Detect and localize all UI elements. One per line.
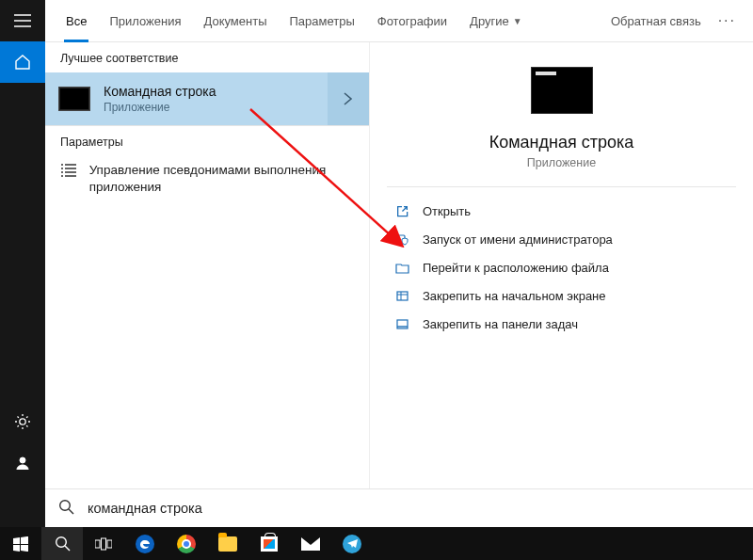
edge-icon xyxy=(136,535,154,553)
telegram-button[interactable] xyxy=(331,527,373,560)
start-button[interactable] xyxy=(0,527,41,560)
chevron-down-icon: ▼ xyxy=(513,16,522,26)
results-area: Лучшее соответствие Командная строка При… xyxy=(45,42,753,488)
person-icon xyxy=(14,455,31,472)
menu-button[interactable] xyxy=(0,0,45,41)
svg-line-9 xyxy=(65,546,70,551)
tab-all-label: Все xyxy=(66,14,87,28)
action-open-label: Открыть xyxy=(423,204,471,218)
action-pin-taskbar[interactable]: Закрепить на панели задач xyxy=(387,310,736,338)
chrome-icon xyxy=(177,535,196,553)
task-view-button[interactable] xyxy=(83,527,124,560)
settings-result-label: Управление псевдонимами выполнения прило… xyxy=(89,162,354,196)
best-match-subtitle: Приложение xyxy=(104,101,216,114)
detail-title: Командная строка xyxy=(387,133,736,152)
list-icon xyxy=(60,164,78,177)
gear-icon xyxy=(14,413,31,430)
edge-button[interactable] xyxy=(124,527,166,560)
tab-settings[interactable]: Параметры xyxy=(278,0,365,42)
windows-search-panel: Все Приложения Документы Параметры Фотог… xyxy=(0,0,753,560)
svg-rect-10 xyxy=(95,540,100,548)
svg-line-7 xyxy=(69,509,73,514)
hamburger-icon xyxy=(14,14,31,27)
action-file-location-label: Перейти к расположению файла xyxy=(423,261,609,275)
tab-photos-label: Фотографии xyxy=(377,14,447,28)
taskview-icon xyxy=(95,537,112,551)
tab-documents[interactable]: Документы xyxy=(192,0,278,42)
svg-rect-3 xyxy=(397,292,408,300)
action-open[interactable]: Открыть xyxy=(387,197,736,225)
pin-taskbar-icon xyxy=(391,317,413,331)
action-pin-start-label: Закрепить на начальном экране xyxy=(423,289,606,303)
svg-point-8 xyxy=(56,537,66,548)
taskbar xyxy=(0,527,753,560)
tab-apps[interactable]: Приложения xyxy=(98,0,192,42)
tab-apps-label: Приложения xyxy=(109,14,181,28)
chrome-button[interactable] xyxy=(166,527,207,560)
explorer-button[interactable] xyxy=(207,527,248,560)
home-icon xyxy=(14,54,31,71)
tab-photos[interactable]: Фотографии xyxy=(366,0,458,42)
action-run-as-admin[interactable]: Запуск от имени администратора xyxy=(387,225,736,253)
tab-docs-label: Документы xyxy=(203,14,266,28)
best-match-header: Лучшее соответствие xyxy=(45,42,369,72)
settings-section-header: Параметры xyxy=(45,125,369,154)
more-menu-button[interactable]: ··· xyxy=(711,12,744,29)
detail-column: Командная строка Приложение Открыть Запу… xyxy=(370,42,753,488)
best-match-item[interactable]: Командная строка Приложение xyxy=(45,72,369,125)
best-match-title: Командная строка xyxy=(104,84,216,99)
svg-point-0 xyxy=(20,419,25,424)
tab-all[interactable]: Все xyxy=(55,0,98,42)
action-admin-label: Запуск от имени администратора xyxy=(423,232,613,247)
settings-result-item[interactable]: Управление псевдонимами выполнения прило… xyxy=(45,154,369,203)
search-input[interactable] xyxy=(88,501,740,516)
arrow-right-icon xyxy=(341,91,356,106)
search-tabstrip: Все Приложения Документы Параметры Фотог… xyxy=(45,0,753,42)
admin-shield-icon xyxy=(391,232,413,247)
tab-other[interactable]: Другие▼ xyxy=(458,0,534,42)
action-pin-start[interactable]: Закрепить на начальном экране xyxy=(387,281,736,310)
mail-button[interactable] xyxy=(290,527,331,560)
tab-settings-label: Параметры xyxy=(289,14,354,28)
open-icon xyxy=(391,204,413,218)
action-pin-taskbar-label: Закрепить на панели задач xyxy=(423,317,578,331)
svg-rect-11 xyxy=(102,538,106,550)
folder-location-icon xyxy=(391,261,413,275)
expand-arrow-button[interactable] xyxy=(328,72,369,125)
feedback-link[interactable]: Обратная связь xyxy=(601,14,711,28)
pin-start-icon xyxy=(391,289,413,303)
account-button[interactable] xyxy=(0,442,45,484)
feedback-label: Обратная связь xyxy=(611,14,701,28)
tab-other-label: Другие xyxy=(470,14,509,28)
svg-point-6 xyxy=(60,500,71,510)
search-bar[interactable] xyxy=(45,488,753,527)
svg-rect-12 xyxy=(107,540,112,548)
results-column: Лучшее соответствие Командная строка При… xyxy=(45,42,370,488)
svg-point-1 xyxy=(20,457,25,463)
search-icon xyxy=(58,499,74,519)
home-button[interactable] xyxy=(0,41,45,83)
cmd-large-thumbnail-icon xyxy=(531,67,593,114)
left-sidebar xyxy=(0,0,45,527)
cmd-thumbnail-icon xyxy=(58,87,90,111)
store-icon xyxy=(261,536,278,552)
settings-button[interactable] xyxy=(0,401,45,442)
windows-icon xyxy=(13,536,28,552)
detail-subtitle: Приложение xyxy=(387,156,736,169)
action-open-file-location[interactable]: Перейти к расположению файла xyxy=(387,253,736,281)
store-button[interactable] xyxy=(248,527,290,560)
mail-icon xyxy=(301,537,320,551)
folder-icon xyxy=(218,536,237,552)
telegram-icon xyxy=(343,535,361,553)
taskbar-search-button[interactable] xyxy=(41,527,83,560)
search-icon xyxy=(55,536,71,552)
divider xyxy=(387,186,736,187)
